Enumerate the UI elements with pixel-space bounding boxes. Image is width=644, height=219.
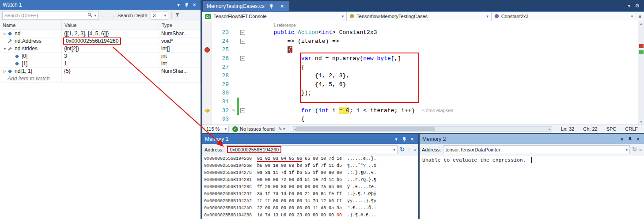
code-text[interactable]: }); (246, 90, 311, 96)
code-text[interactable]: { (246, 116, 305, 122)
search-options-chevron-icon[interactable]: ▾ (94, 13, 96, 18)
active-files-chevron-icon[interactable]: ▾ (628, 3, 630, 9)
watch-value[interactable]: {[[1, 2, 3], [4, 5, 6]]} (64, 30, 109, 37)
status-line-endings[interactable]: CRLF (621, 126, 642, 132)
memory-bytes[interactable]: ff ff 00 00 00 00 1c 7d 12 b6 ff (257, 199, 342, 204)
close-icon[interactable]: ✕ (191, 2, 198, 8)
search-depth-select[interactable]: 3 ▾ (151, 11, 168, 20)
zoom-select[interactable]: 115 % ▾ (204, 126, 229, 132)
close-icon[interactable]: ✕ (634, 136, 641, 142)
chevron-down-icon[interactable]: ▾ (393, 147, 395, 152)
glyph-margin[interactable] (202, 108, 212, 113)
scrollbar-thumb[interactable] (296, 127, 436, 131)
tab-memorytestingcases[interactable]: MemoryTestingCases.cs ✕ (203, 1, 289, 11)
chevron-down-icon[interactable]: ▾ (625, 147, 628, 152)
split-window-icon[interactable]: ≡ (636, 12, 644, 21)
code-text[interactable]: var nd = np.array(new byte[,] (246, 55, 401, 62)
scrollbar-track[interactable] (296, 127, 549, 131)
expand-icon[interactable]: ▷ (2, 32, 8, 36)
memory2-titlebar[interactable]: Memory 2 ▾ ✕ (420, 134, 644, 144)
codelens-references[interactable]: 1 reference (273, 23, 296, 28)
memory-bytes[interactable]: 0a 3a 11 7d 1f b6 55 1f 00 80 00 (257, 170, 342, 175)
filter-icon[interactable] (175, 12, 180, 19)
watch-row[interactable]: [0]3int (0, 53, 201, 60)
glyph-margin[interactable] (202, 47, 212, 53)
memory-row[interactable]: 0x000002556B194281 00 00 00 72 00 dd 51 … (204, 177, 418, 184)
memory-bytes[interactable]: b6 00 1e 00 88 b0 3f 5f 7f 11 d5 (257, 163, 342, 168)
watch-row[interactable]: [1]1int (0, 60, 201, 68)
collapse-box-icon[interactable]: − (240, 56, 245, 61)
type-dropdown[interactable]: Tensorflow.MemoryTestingCases ▾ (347, 12, 491, 21)
outline-margin[interactable]: − (239, 30, 246, 35)
memory-bytes[interactable]: ff 20 00 80 00 00 00 00 7a 65 00 (257, 185, 342, 189)
memory-row[interactable]: 0x000002556B19428C ff 20 00 80 00 00 00 … (204, 184, 418, 191)
memory-bytes[interactable]: 01 02 03 04 05 06 65 00 10 7d 1e (257, 156, 342, 162)
search-input[interactable]: Search (Ctrl+E) ▾ (2, 11, 98, 20)
code-text[interactable]: => (iterate) => (246, 38, 339, 45)
outline-margin[interactable]: − (239, 56, 246, 61)
memory-bytes[interactable]: 22 00 80 00 00 00 00 11 d5 0a 3a (257, 206, 342, 211)
memory-row[interactable]: 0x000002556B1942AD 22 00 80 00 00 00 00 … (204, 205, 418, 212)
memory-bytes[interactable]: 3a 1f 7d 1d b6 00 21 00 8c fe ff (257, 192, 342, 196)
collapse-icon[interactable]: ▼ (2, 47, 8, 51)
pin-icon[interactable] (401, 137, 408, 142)
close-icon[interactable]: ✕ (409, 136, 416, 142)
search-next-icon[interactable]: → (109, 12, 115, 19)
watch-row[interactable]: Add item to watch (0, 75, 201, 83)
gear-icon[interactable]: ⚙ (635, 3, 640, 9)
window-position-chevron-icon[interactable]: ▾ (393, 136, 400, 142)
scroll-up-icon[interactable]: ▴ (638, 22, 644, 26)
collapse-box-icon[interactable]: − (240, 30, 245, 35)
column-header-type[interactable]: Type (159, 21, 201, 30)
memory1-address-combo[interactable]: 0x000002556B194260 ▾ (226, 145, 398, 154)
refresh-icon[interactable]: ↻ (400, 146, 405, 153)
issues-status[interactable]: No issues found (240, 126, 275, 132)
collapse-box-icon[interactable]: − (240, 108, 245, 113)
watch-value[interactable]: {5} (64, 68, 71, 74)
breakpoint-icon[interactable] (205, 47, 210, 53)
code-area[interactable]: 1 reference 23− public Action<int> Const… (202, 21, 644, 125)
member-dropdown[interactable]: Constant2x3 ▾ (492, 12, 636, 21)
memory-row[interactable]: 0x000002556B1942B8 1d 7d 13 b6 00 23 00 … (204, 212, 418, 219)
memory1-titlebar[interactable]: Memory 1 ▾ ✕ (202, 134, 418, 144)
watch-row[interactable]: nd.Address0x000002556b194260void* (0, 38, 201, 45)
memory-row[interactable]: 0x000002556B1942A2 ff ff 00 00 00 00 1c … (204, 198, 418, 205)
code-cleanup-icon[interactable]: ✎▾ (278, 126, 285, 132)
code-text[interactable]: { (246, 64, 305, 71)
code-text[interactable]: public Action<int> Constant2x3 (246, 29, 377, 36)
window-position-chevron-icon[interactable]: ▾ (175, 2, 182, 8)
outline-margin[interactable]: − (239, 39, 246, 44)
memory-bytes[interactable]: 00 00 00 72 00 dd 51 1e 7d 1c b6 (257, 177, 342, 182)
memory-row[interactable]: 0x000002556B194276 0a 3a 11 7d 1f b6 55 … (204, 170, 418, 177)
horizontal-scrollbar[interactable]: ◂ ▸ (293, 126, 552, 132)
column-header-value[interactable]: Value (62, 21, 159, 30)
pin-icon[interactable] (183, 3, 190, 8)
watch-value[interactable]: {int[2]} (64, 45, 79, 52)
memory-row[interactable]: 0x000002556B194260 01 02 03 04 05 06 65 … (204, 155, 418, 162)
watch-row[interactable]: ▷nd{[[1, 2, 3], [4, 5, 6]]}NumShar... (0, 30, 201, 38)
watch-row[interactable]: ▷nd[1, 1]{5}NumShar... (0, 68, 201, 75)
pin-icon[interactable] (268, 4, 275, 9)
code-text[interactable]: {4, 5, 6} (246, 81, 346, 88)
memory-bytes[interactable]: 1d 7d 13 b6 00 23 00 80 00 00 00 (257, 213, 342, 218)
column-header-name[interactable]: Name (0, 21, 62, 30)
memory-row[interactable]: 0x000002556B19426B b6 00 1e 00 88 b0 3f … (204, 162, 418, 170)
watch-titlebar[interactable]: Watch 1 ▾ ✕ (0, 0, 201, 10)
memory2-address-combo[interactable]: tensor.TensorDataPointer ▾ (443, 145, 630, 154)
pin-icon[interactable] (626, 137, 633, 142)
watch-value[interactable]: 3 (64, 53, 67, 59)
collapse-box-icon[interactable]: − (240, 39, 245, 44)
memory1-address-value[interactable]: 0x000002556B194260 (227, 146, 281, 153)
watch-column-headers[interactable]: Name Value Type (0, 21, 201, 30)
watch-value[interactable]: 1 (64, 60, 67, 67)
status-spaces[interactable]: SPC (602, 126, 621, 132)
project-dropdown[interactable]: C# TensorFlowNET.Console ▾ (202, 12, 347, 21)
outline-margin[interactable]: − (239, 108, 246, 113)
code-text[interactable]: {1, 2, 3}, (246, 72, 349, 79)
window-position-chevron-icon[interactable]: ▾ (618, 136, 625, 142)
code-text[interactable]: for (int i = 0; i < iterate; i++) ≤ 2ms … (246, 107, 453, 114)
scroll-down-icon[interactable]: ▾ (638, 120, 644, 124)
expand-icon[interactable]: ▷ (2, 69, 8, 73)
refresh-icon[interactable]: ↻ (632, 146, 637, 153)
search-previous-icon[interactable]: ← (101, 12, 107, 19)
